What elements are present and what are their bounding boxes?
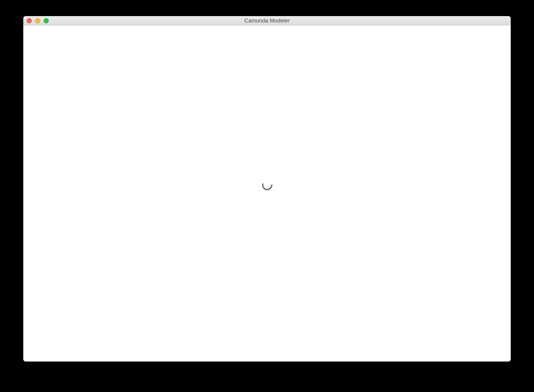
svg-point-0	[263, 180, 272, 190]
titlebar[interactable]: Camunda Modeler	[23, 16, 511, 25]
spinner-icon	[261, 179, 274, 191]
app-window: Camunda Modeler	[23, 16, 511, 362]
traffic-lights	[23, 18, 49, 23]
loading-spinner	[261, 179, 274, 191]
minimize-button[interactable]	[35, 18, 40, 23]
content-area	[23, 25, 511, 362]
close-button[interactable]	[27, 18, 32, 23]
maximize-button[interactable]	[44, 18, 49, 23]
window-title: Camunda Modeler	[23, 17, 511, 24]
